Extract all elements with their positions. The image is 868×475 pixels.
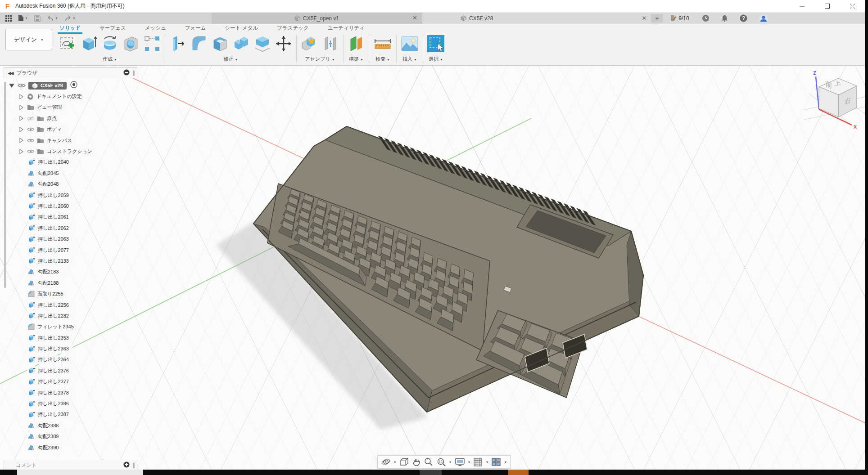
insert-menu[interactable]: 挿入 ▼ [402, 56, 417, 63]
fillet-icon[interactable] [190, 35, 208, 53]
shell-icon[interactable] [211, 35, 229, 53]
document-tab-cx5f[interactable]: CX5F v28 ✕ + 9/10 ? [422, 13, 865, 24]
viewports-icon[interactable] [491, 457, 501, 466]
move-icon[interactable] [275, 35, 293, 53]
browser-hide-icon[interactable] [123, 69, 130, 76]
expand-arrow-icon[interactable] [18, 149, 24, 154]
tree-row-draft[interactable]: 勾配2183 [27, 267, 138, 278]
redo-icon[interactable]: ▼ [64, 15, 76, 21]
extrude-icon[interactable] [80, 35, 98, 53]
ribbon-tab-sheetmetal[interactable]: シート メタル [223, 24, 260, 33]
visibility-eye-icon[interactable] [27, 127, 34, 132]
visibility-eye-icon[interactable] [27, 149, 34, 154]
visibility-eye-icon[interactable] [27, 116, 34, 121]
select-icon[interactable] [427, 35, 445, 53]
tree-row-folder[interactable]: 原点 [17, 113, 138, 124]
select-menu[interactable]: 選択 ▼ [429, 56, 443, 63]
insert-canvas-icon[interactable] [400, 35, 419, 52]
revolve-icon[interactable] [101, 35, 119, 53]
tree-row-chamfer[interactable]: 面取り2255 [27, 288, 138, 299]
browser-collapse-icon[interactable]: ◀◀ [8, 71, 13, 76]
activate-radio-icon[interactable] [70, 81, 77, 90]
construction-plane-icon[interactable] [347, 35, 365, 53]
tree-row-draft[interactable]: 勾配2390 [27, 442, 138, 453]
tree-row-draft[interactable]: 勾配2048 [27, 179, 138, 190]
tree-row-extrude[interactable]: 押し出し2377 [27, 376, 138, 387]
expand-arrow-icon[interactable] [18, 127, 24, 132]
tree-row-extrude[interactable]: 押し出し2256 [27, 300, 138, 310]
help-icon[interactable]: ? [740, 14, 747, 22]
minimize-button[interactable] [789, 0, 814, 13]
tree-root-row[interactable]: CX5F v28 [9, 80, 138, 91]
comment-grip[interactable]: ∥ [132, 462, 135, 468]
visibility-eye-icon[interactable] [27, 138, 34, 143]
comment-bar[interactable]: コメント ∥ [4, 460, 137, 471]
comment-add-icon[interactable] [123, 462, 130, 469]
tree-row-extrude[interactable]: 押し出し2059 [27, 190, 138, 201]
tree-row-extrude[interactable]: 押し出し2353 [27, 332, 138, 343]
grid-snap-icon[interactable] [473, 457, 483, 467]
file-menu-icon[interactable]: ▼ [18, 15, 28, 22]
tab2-close-icon[interactable]: ✕ [642, 15, 646, 22]
pan-icon[interactable] [412, 457, 421, 467]
tree-row-draft[interactable]: 勾配2188 [27, 278, 138, 288]
pattern-icon[interactable] [143, 35, 161, 53]
create-menu[interactable]: 作成 ▼ [103, 56, 117, 63]
ribbon-tab-solid[interactable]: ソリッド [58, 24, 82, 33]
workspace-selector[interactable]: デザイン▼ [5, 29, 52, 50]
tree-row-extrude[interactable]: 押し出し2063 [27, 233, 138, 244]
tree-row-draft[interactable]: 勾配2389 [27, 431, 138, 442]
tree-row-extrude[interactable]: 押し出し2133 [27, 255, 138, 266]
close-button[interactable] [840, 0, 865, 13]
tree-row-folder[interactable]: コンストラクション [17, 146, 138, 157]
zoom-icon[interactable]: +- [424, 457, 434, 467]
browser-scrollbar[interactable] [4, 82, 6, 288]
save-icon[interactable] [34, 15, 41, 22]
modify-menu[interactable]: 修正 ▼ [224, 56, 238, 63]
joint-icon[interactable] [321, 35, 339, 53]
tree-row-extrude[interactable]: 押し出し2062 [27, 223, 138, 233]
inspect-menu[interactable]: 検査 ▼ [375, 56, 390, 63]
ribbon-tab-form[interactable]: フォーム [183, 24, 208, 33]
tree-row-gear[interactable]: ドキュメントの設定 [17, 91, 138, 102]
ribbon-tab-mesh[interactable]: メッシュ [143, 24, 168, 33]
history-clock-icon[interactable] [702, 14, 710, 22]
tree-row-extrude[interactable]: 押し出し2387 [27, 409, 138, 420]
tree-row-folder[interactable]: ビュー管理 [17, 102, 138, 113]
tree-row-draft[interactable]: 勾配2388 [27, 420, 138, 431]
look-at-icon[interactable] [399, 457, 409, 466]
tree-row-extrude[interactable]: 押し出し2386 [27, 398, 138, 409]
tree-row-extrude[interactable]: 押し出し2077 [27, 245, 138, 255]
tree-row-folder[interactable]: ボディ [17, 124, 138, 135]
assemble-menu[interactable]: アセンブリ ▼ [305, 56, 335, 63]
ribbon-tab-surface[interactable]: サーフェス [98, 24, 128, 33]
tree-row-fillet[interactable]: フィレット2345 [27, 322, 138, 332]
tree-row-draft[interactable]: 勾配2045 [27, 168, 138, 179]
measure-icon[interactable] [373, 35, 393, 53]
root-component[interactable]: CX5F v28 [28, 82, 67, 90]
expand-arrow-icon[interactable] [18, 138, 24, 143]
tab1-close-icon[interactable]: ✕ [412, 14, 417, 21]
expand-arrow-icon[interactable] [18, 94, 24, 99]
expand-triangle-icon[interactable] [9, 84, 14, 88]
tree-row-extrude[interactable]: 押し出し2363 [27, 343, 138, 354]
maximize-button[interactable] [814, 0, 840, 13]
visibility-eye-icon[interactable] [18, 83, 26, 88]
hole-icon[interactable] [122, 35, 140, 53]
combine-icon[interactable] [232, 35, 250, 53]
viewcube[interactable]: Z X 上 前 右 [804, 67, 868, 130]
avatar[interactable] [759, 14, 768, 23]
expand-arrow-icon[interactable] [18, 116, 24, 121]
browser-grip[interactable]: ∥ [132, 70, 135, 76]
tree-row-extrude[interactable]: 押し出し2060 [27, 201, 138, 211]
tree-row-extrude[interactable]: 押し出し2061 [27, 212, 138, 223]
tree-row-extrude[interactable]: 押し出し2364 [27, 354, 138, 365]
fit-icon[interactable] [436, 457, 446, 467]
app-menu-icon[interactable] [5, 15, 12, 22]
press-pull-icon[interactable] [169, 35, 187, 53]
orbit-icon[interactable] [381, 457, 391, 467]
notifications-bell-icon[interactable] [721, 15, 728, 22]
new-component-icon[interactable] [300, 35, 318, 53]
create-sketch-icon[interactable] [59, 35, 77, 53]
new-tab-button[interactable]: + [651, 14, 663, 22]
